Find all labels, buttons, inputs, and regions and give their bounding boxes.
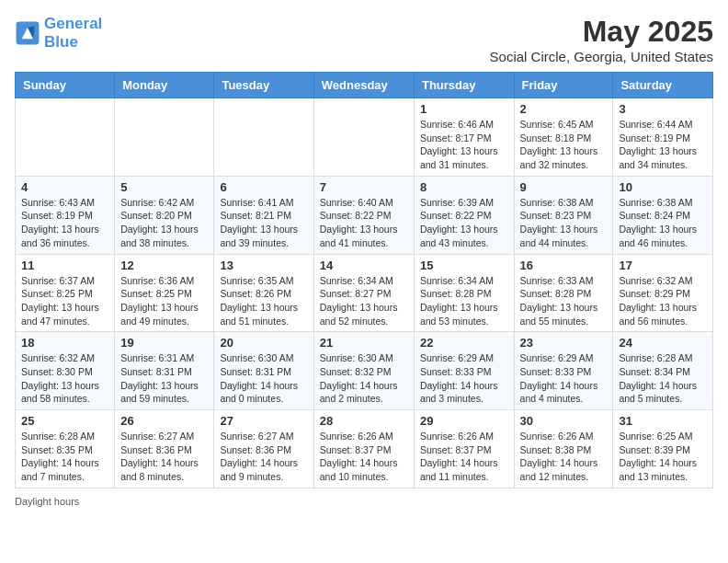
logo: General Blue — [15, 15, 102, 52]
calendar-cell: 31 Sunrise: 6:25 AMSunset: 8:39 PMDaylig… — [613, 410, 713, 488]
calendar-week-row: 1 Sunrise: 6:46 AMSunset: 8:17 PMDayligh… — [16, 98, 713, 177]
logo-text: General Blue — [44, 15, 102, 52]
cell-details: Sunrise: 6:43 AMSunset: 8:19 PMDaylight:… — [21, 197, 99, 248]
day-number: 19 — [120, 336, 208, 350]
cell-details: Sunrise: 6:28 AMSunset: 8:34 PMDaylight:… — [619, 352, 697, 404]
location-subtitle: Social Circle, Georgia, United States — [490, 49, 713, 64]
calendar-cell: 19 Sunrise: 6:31 AMSunset: 8:31 PMDaylig… — [115, 332, 214, 410]
calendar-week-row: 25 Sunrise: 6:28 AMSunset: 8:35 PMDaylig… — [16, 410, 713, 488]
calendar-cell: 20 Sunrise: 6:30 AMSunset: 8:31 PMDaylig… — [214, 332, 313, 410]
cell-details: Sunrise: 6:37 AMSunset: 8:25 PMDaylight:… — [21, 275, 99, 327]
cell-details: Sunrise: 6:44 AMSunset: 8:19 PMDaylight:… — [619, 119, 697, 170]
day-number: 9 — [520, 180, 608, 194]
cell-details: Sunrise: 6:30 AMSunset: 8:31 PMDaylight:… — [220, 352, 298, 404]
cell-details: Sunrise: 6:42 AMSunset: 8:20 PMDaylight:… — [120, 197, 199, 248]
calendar-cell: 26 Sunrise: 6:27 AMSunset: 8:36 PMDaylig… — [115, 410, 214, 488]
calendar-cell — [115, 98, 214, 177]
calendar-cell: 17 Sunrise: 6:32 AMSunset: 8:29 PMDaylig… — [613, 254, 713, 332]
cell-details: Sunrise: 6:34 AMSunset: 8:27 PMDaylight:… — [320, 275, 398, 327]
cell-details: Sunrise: 6:25 AMSunset: 8:39 PMDaylight:… — [619, 431, 697, 482]
cell-details: Sunrise: 6:31 AMSunset: 8:31 PMDaylight:… — [120, 352, 199, 404]
calendar-header-row: Sunday Monday Tuesday Wednesday Thursday… — [16, 73, 713, 98]
calendar-cell: 18 Sunrise: 6:32 AMSunset: 8:30 PMDaylig… — [16, 332, 115, 410]
cell-details: Sunrise: 6:32 AMSunset: 8:29 PMDaylight:… — [619, 275, 697, 327]
cell-details: Sunrise: 6:26 AMSunset: 8:37 PMDaylight:… — [320, 431, 398, 482]
calendar-cell: 16 Sunrise: 6:33 AMSunset: 8:28 PMDaylig… — [514, 254, 613, 332]
col-thursday: Thursday — [414, 73, 514, 98]
calendar-cell: 7 Sunrise: 6:40 AMSunset: 8:22 PMDayligh… — [313, 176, 414, 254]
calendar-cell: 25 Sunrise: 6:28 AMSunset: 8:35 PMDaylig… — [16, 410, 115, 488]
cell-details: Sunrise: 6:34 AMSunset: 8:28 PMDaylight:… — [420, 275, 498, 327]
day-number: 1 — [420, 102, 508, 116]
title-section: May 2025 Social Circle, Georgia, United … — [490, 15, 713, 64]
calendar-week-row: 4 Sunrise: 6:43 AMSunset: 8:19 PMDayligh… — [16, 176, 713, 254]
footer: Daylight hours — [15, 496, 713, 507]
day-number: 15 — [420, 259, 508, 272]
col-monday: Monday — [115, 73, 214, 98]
day-number: 26 — [120, 414, 208, 428]
calendar-cell: 3 Sunrise: 6:44 AMSunset: 8:19 PMDayligh… — [613, 98, 713, 177]
calendar-cell: 28 Sunrise: 6:26 AMSunset: 8:37 PMDaylig… — [313, 410, 414, 488]
cell-details: Sunrise: 6:33 AMSunset: 8:28 PMDaylight:… — [520, 275, 598, 327]
cell-details: Sunrise: 6:38 AMSunset: 8:24 PMDaylight:… — [619, 197, 697, 248]
day-number: 21 — [320, 336, 408, 350]
day-number: 16 — [520, 259, 608, 272]
calendar-cell: 5 Sunrise: 6:42 AMSunset: 8:20 PMDayligh… — [115, 176, 214, 254]
cell-details: Sunrise: 6:26 AMSunset: 8:38 PMDaylight:… — [520, 431, 598, 482]
logo-icon — [15, 20, 40, 46]
day-number: 12 — [120, 259, 208, 272]
day-number: 24 — [619, 336, 707, 350]
calendar-cell: 12 Sunrise: 6:36 AMSunset: 8:25 PMDaylig… — [115, 254, 214, 332]
calendar-week-row: 18 Sunrise: 6:32 AMSunset: 8:30 PMDaylig… — [16, 332, 713, 410]
daylight-label: Daylight hours — [15, 496, 79, 507]
day-number: 17 — [619, 259, 707, 272]
day-number: 22 — [420, 336, 508, 350]
calendar-cell: 24 Sunrise: 6:28 AMSunset: 8:34 PMDaylig… — [613, 332, 713, 410]
cell-details: Sunrise: 6:41 AMSunset: 8:21 PMDaylight:… — [220, 197, 298, 248]
cell-details: Sunrise: 6:29 AMSunset: 8:33 PMDaylight:… — [520, 352, 598, 404]
calendar-cell: 22 Sunrise: 6:29 AMSunset: 8:33 PMDaylig… — [414, 332, 514, 410]
col-wednesday: Wednesday — [313, 73, 414, 98]
page-header: General Blue May 2025 Social Circle, Geo… — [15, 15, 713, 64]
cell-details: Sunrise: 6:46 AMSunset: 8:17 PMDaylight:… — [420, 119, 498, 170]
calendar-cell: 10 Sunrise: 6:38 AMSunset: 8:24 PMDaylig… — [613, 176, 713, 254]
cell-details: Sunrise: 6:39 AMSunset: 8:22 PMDaylight:… — [420, 197, 498, 248]
day-number: 27 — [220, 414, 307, 428]
day-number: 7 — [320, 180, 408, 194]
day-number: 28 — [320, 414, 408, 428]
cell-details: Sunrise: 6:29 AMSunset: 8:33 PMDaylight:… — [420, 352, 498, 404]
calendar-cell: 14 Sunrise: 6:34 AMSunset: 8:27 PMDaylig… — [313, 254, 414, 332]
month-title: May 2025 — [490, 15, 713, 49]
calendar-cell: 29 Sunrise: 6:26 AMSunset: 8:37 PMDaylig… — [414, 410, 514, 488]
day-number: 8 — [420, 180, 508, 194]
col-saturday: Saturday — [613, 73, 713, 98]
cell-details: Sunrise: 6:32 AMSunset: 8:30 PMDaylight:… — [21, 352, 99, 404]
day-number: 4 — [21, 180, 108, 194]
day-number: 6 — [220, 180, 307, 194]
calendar-cell: 11 Sunrise: 6:37 AMSunset: 8:25 PMDaylig… — [16, 254, 115, 332]
calendar-cell: 6 Sunrise: 6:41 AMSunset: 8:21 PMDayligh… — [214, 176, 313, 254]
col-sunday: Sunday — [16, 73, 115, 98]
calendar-cell: 21 Sunrise: 6:30 AMSunset: 8:32 PMDaylig… — [313, 332, 414, 410]
day-number: 14 — [320, 259, 408, 272]
calendar-cell: 27 Sunrise: 6:27 AMSunset: 8:36 PMDaylig… — [214, 410, 313, 488]
day-number: 2 — [520, 102, 608, 116]
day-number: 20 — [220, 336, 307, 350]
calendar-cell: 9 Sunrise: 6:38 AMSunset: 8:23 PMDayligh… — [514, 176, 613, 254]
day-number: 5 — [120, 180, 208, 194]
cell-details: Sunrise: 6:35 AMSunset: 8:26 PMDaylight:… — [220, 275, 298, 327]
calendar-cell: 23 Sunrise: 6:29 AMSunset: 8:33 PMDaylig… — [514, 332, 613, 410]
calendar-cell — [16, 98, 115, 177]
day-number: 25 — [21, 414, 108, 428]
cell-details: Sunrise: 6:27 AMSunset: 8:36 PMDaylight:… — [220, 431, 298, 482]
calendar-cell: 8 Sunrise: 6:39 AMSunset: 8:22 PMDayligh… — [414, 176, 514, 254]
day-number: 30 — [520, 414, 608, 428]
calendar-cell: 30 Sunrise: 6:26 AMSunset: 8:38 PMDaylig… — [514, 410, 613, 488]
cell-details: Sunrise: 6:26 AMSunset: 8:37 PMDaylight:… — [420, 431, 498, 482]
cell-details: Sunrise: 6:45 AMSunset: 8:18 PMDaylight:… — [520, 119, 598, 170]
col-tuesday: Tuesday — [214, 73, 313, 98]
calendar-cell: 1 Sunrise: 6:46 AMSunset: 8:17 PMDayligh… — [414, 98, 514, 177]
day-number: 29 — [420, 414, 508, 428]
calendar-week-row: 11 Sunrise: 6:37 AMSunset: 8:25 PMDaylig… — [16, 254, 713, 332]
day-number: 3 — [619, 102, 707, 116]
